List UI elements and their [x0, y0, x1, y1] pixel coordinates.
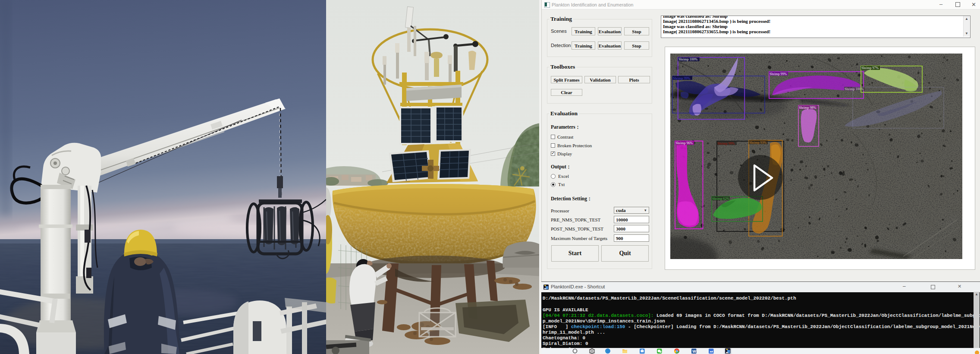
svg-text:Shrimp 96%: Shrimp 96% [675, 141, 693, 145]
svg-text:W: W [692, 349, 696, 354]
svg-text:Shrimp 93%: Shrimp 93% [749, 141, 767, 145]
svg-text:Shrimp 98%: Shrimp 98% [799, 106, 817, 110]
svg-text:Shrimp 99%: Shrimp 99% [717, 142, 735, 145]
svg-text:Shrimp 99%: Shrimp 99% [673, 76, 691, 80]
svg-text:Shrimp 100%: Shrimp 100% [678, 57, 698, 61]
svg-text:Shrimp 99%: Shrimp 99% [770, 72, 787, 76]
svg-text:Shrimp 97%: Shrimp 97% [861, 66, 879, 70]
svg-text:Shrimp 62%: Shrimp 62% [712, 197, 730, 201]
